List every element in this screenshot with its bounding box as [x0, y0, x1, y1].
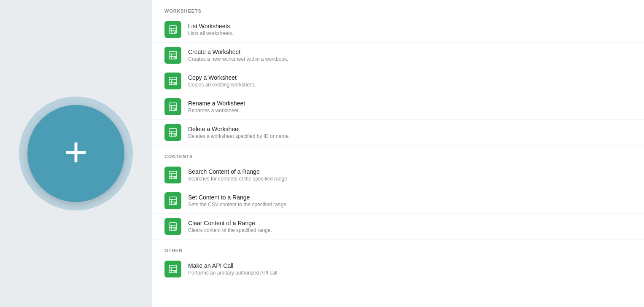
add-button[interactable]: +	[27, 105, 124, 202]
menu-item-list-worksheets[interactable]: List WorksheetsLists all worksheets.	[152, 17, 644, 43]
section-header-worksheets: WORKSHEETS	[152, 0, 644, 17]
list-worksheets-icon	[164, 21, 181, 38]
api-call-desc: Performs an arbitary authorized API call…	[188, 270, 279, 276]
menu-item-api-call[interactable]: Make an API CallPerforms an arbitary aut…	[152, 256, 644, 282]
clear-content-icon	[164, 218, 181, 235]
menu-item-delete-worksheet[interactable]: Delete a WorksheetDeletes a worksheet sp…	[152, 120, 644, 145]
clear-content-title: Clear Content of a Range	[188, 220, 272, 226]
list-worksheets-text: List WorksheetsLists all worksheets.	[188, 23, 233, 36]
copy-worksheet-text: Copy a WorksheetCopies an existing works…	[188, 74, 255, 88]
right-panel: WORKSHEETS List WorksheetsLists all work…	[152, 0, 644, 307]
section-header-contents: CONTENTS	[152, 145, 644, 162]
copy-worksheet-title: Copy a Worksheet	[188, 74, 255, 81]
rename-worksheet-icon	[164, 98, 181, 115]
rename-worksheet-title: Rename a Worksheet	[188, 100, 245, 107]
clear-content-desc: Clears content of the specified range.	[188, 227, 272, 233]
menu-item-copy-worksheet[interactable]: Copy a WorksheetCopies an existing works…	[152, 68, 644, 94]
search-content-icon	[164, 167, 181, 183]
create-worksheet-icon	[164, 47, 181, 64]
copy-worksheet-icon	[164, 73, 181, 89]
menu-item-set-content[interactable]: Set Content to a RangeSets the CSV conte…	[152, 188, 644, 214]
create-worksheet-text: Create a WorksheetCreates a new workshee…	[188, 48, 288, 62]
menu-item-clear-content[interactable]: Clear Content of a RangeClears content o…	[152, 214, 644, 240]
list-worksheets-desc: Lists all worksheets.	[188, 30, 233, 36]
set-content-desc: Sets the CSV content to the specified ra…	[188, 202, 288, 207]
create-worksheet-desc: Creates a new worksheet within a workboo…	[188, 56, 288, 62]
left-panel: +	[0, 0, 152, 307]
menu-item-create-worksheet[interactable]: Create a WorksheetCreates a new workshee…	[152, 43, 644, 68]
clear-content-text: Clear Content of a RangeClears content o…	[188, 220, 272, 233]
search-content-text: Search Content of a RangeSearches for co…	[188, 168, 288, 182]
create-worksheet-title: Create a Worksheet	[188, 48, 288, 55]
set-content-text: Set Content to a RangeSets the CSV conte…	[188, 194, 288, 207]
set-content-icon	[164, 192, 181, 209]
search-content-desc: Searches for contents of the specified r…	[188, 176, 288, 182]
menu-item-search-content[interactable]: Search Content of a RangeSearches for co…	[152, 162, 644, 188]
delete-worksheet-icon	[164, 124, 181, 141]
delete-worksheet-title: Delete a Worksheet	[188, 126, 290, 132]
delete-worksheet-desc: Deletes a worksheet specified by ID or n…	[188, 133, 290, 139]
delete-worksheet-text: Delete a WorksheetDeletes a worksheet sp…	[188, 126, 290, 139]
section-header-other: OTHER	[152, 240, 644, 256]
plus-button-outer: +	[19, 97, 133, 210]
plus-icon: +	[64, 132, 88, 172]
api-call-icon	[164, 261, 181, 277]
list-worksheets-title: List Worksheets	[188, 23, 233, 30]
api-call-text: Make an API CallPerforms an arbitary aut…	[188, 262, 279, 276]
search-content-title: Search Content of a Range	[188, 168, 288, 175]
api-call-title: Make an API Call	[188, 262, 279, 269]
menu-item-rename-worksheet[interactable]: Rename a WorksheetRenames a worksheet.	[152, 94, 644, 120]
copy-worksheet-desc: Copies an existing worksheet.	[188, 82, 255, 88]
set-content-title: Set Content to a Range	[188, 194, 288, 201]
rename-worksheet-desc: Renames a worksheet.	[188, 108, 245, 113]
rename-worksheet-text: Rename a WorksheetRenames a worksheet.	[188, 100, 245, 113]
